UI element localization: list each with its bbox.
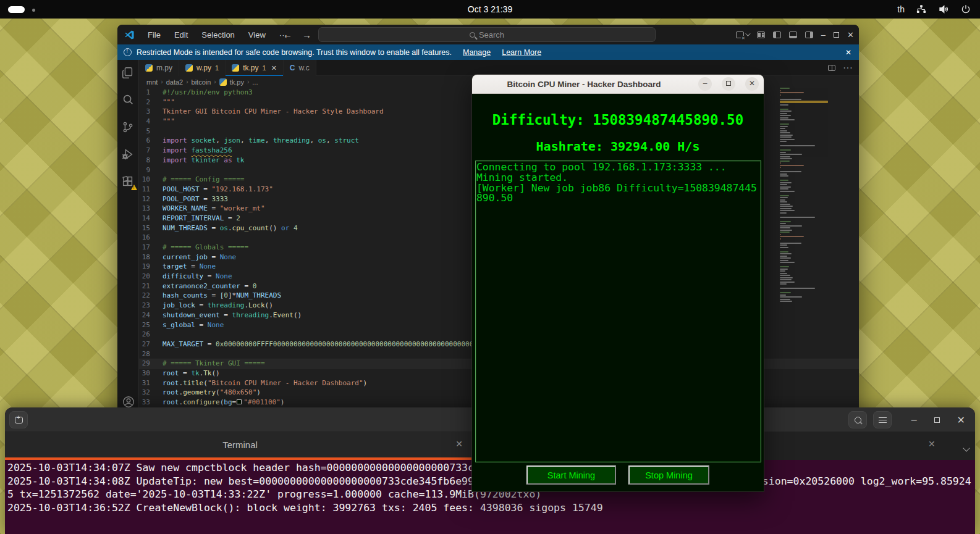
minimap-line [780, 294, 786, 296]
breadcrumb-item[interactable]: ... [252, 78, 258, 86]
keyboard-layout-indicator[interactable]: th [897, 4, 905, 14]
search-sidebar-icon[interactable] [121, 93, 135, 107]
nav-back-icon[interactable]: ← [283, 30, 292, 40]
miner-titlebar[interactable]: Bitcoin CPU Miner - Hacker Dashboard – ✕ [472, 75, 764, 94]
code-token: import [163, 156, 187, 164]
tab-label: m.py [156, 64, 172, 72]
extensions-icon[interactable] [121, 175, 135, 188]
toggle-sidebar-left-icon[interactable] [773, 31, 781, 38]
terminal-tab[interactable]: Terminal ✕ [5, 432, 476, 460]
line-number: 31 [139, 378, 163, 388]
code-token: 3333 [211, 195, 228, 203]
vscode-maximize-button[interactable] [834, 32, 839, 38]
menu-item-selection[interactable]: Selection [196, 28, 240, 41]
minimap-line [780, 119, 795, 120]
breadcrumb-item[interactable]: tk.py [230, 78, 244, 86]
vscode-menubar: FileEditSelectionView··· [142, 28, 293, 41]
code-token: () [265, 301, 273, 309]
code-token: = [200, 195, 212, 203]
terminal-close-button[interactable]: ✕ [957, 414, 965, 426]
code-token: current_job [163, 253, 208, 261]
vscode-minimize-button[interactable]: – [821, 30, 826, 40]
code-token: root [163, 398, 179, 406]
tab-w.py[interactable]: w.py1 [179, 60, 226, 76]
source-control-icon[interactable] [121, 120, 135, 134]
terminal-menu-button[interactable] [873, 411, 892, 428]
terminal-tab-close-icon[interactable]: ✕ [455, 439, 463, 449]
code-token: REPORT_INTERVAL [163, 214, 224, 222]
menu-item-view[interactable]: View [243, 28, 271, 41]
toggle-sidebar-right-icon[interactable] [805, 31, 813, 38]
line-number: 12 [139, 194, 163, 204]
line-number: 9 [139, 165, 163, 175]
breadcrumb-item[interactable]: mnt [146, 78, 158, 86]
run-debug-icon[interactable] [121, 148, 135, 161]
code-token: ]* [228, 291, 236, 299]
miner-log-textarea[interactable]: Connecting to pool 192.168.1.173:3333 ..… [475, 161, 761, 462]
tab-tk.py[interactable]: tk.py1✕ [226, 60, 284, 76]
line-number: 15 [139, 223, 163, 233]
terminal-minimize-button[interactable]: – [911, 414, 917, 425]
menu-item-file[interactable]: File [142, 28, 166, 41]
line-number: 32 [139, 388, 163, 398]
explorer-icon[interactable] [121, 66, 135, 80]
terminal-tab-title: Terminal [5, 432, 475, 457]
minimap-line [780, 201, 787, 202]
tab-close-icon[interactable]: ✕ [271, 64, 277, 72]
code-token: () [212, 369, 220, 377]
miner-close-button[interactable]: ✕ [745, 77, 759, 91]
minimap-line [780, 188, 788, 190]
vscode-close-button[interactable]: ✕ [847, 30, 854, 40]
editor-more-actions-icon[interactable]: ··· [843, 62, 853, 73]
breadcrumb-item[interactable]: data2 [166, 78, 184, 86]
minimap-line [780, 115, 791, 116]
banner-learn-more-link[interactable]: Learn More [502, 48, 541, 57]
minimap-line [780, 161, 790, 162]
network-icon[interactable] [916, 4, 927, 15]
minimap-line [780, 128, 785, 129]
banner-manage-link[interactable]: Manage [463, 48, 491, 57]
power-icon[interactable] [960, 4, 971, 15]
code-token: "480x650" [220, 388, 257, 396]
split-editor-icon[interactable] [828, 65, 835, 71]
search-input[interactable]: Search [318, 27, 656, 42]
code-token: , [265, 136, 273, 144]
minimap-line [780, 186, 791, 188]
toggle-panel-icon[interactable] [789, 31, 797, 38]
code-token: WORKER_NAME [163, 204, 208, 212]
manage-remote-icon[interactable] [736, 31, 749, 38]
banner-text: Restricted Mode is intended for safe cod… [137, 48, 452, 57]
tab-m.py[interactable]: m.py [139, 60, 179, 76]
clock[interactable]: Oct 3 21:39 [0, 0, 980, 19]
line-number: 30 [139, 369, 163, 378]
terminal-search-button[interactable] [848, 411, 867, 428]
code-token: # ===== Config ===== [163, 175, 244, 183]
nav-forward-icon[interactable]: → [302, 30, 311, 40]
stop-mining-button[interactable]: Stop Mining [628, 465, 709, 485]
terminal-maximize-button[interactable] [934, 417, 940, 423]
code-token: 4 [294, 224, 298, 232]
miner-maximize-button[interactable] [722, 77, 735, 91]
code-token: , [326, 136, 334, 144]
breadcrumb-separator: › [214, 78, 216, 85]
code-token: = [187, 262, 200, 270]
miner-minimize-button[interactable]: – [698, 77, 712, 91]
customize-layout-icon[interactable] [757, 31, 765, 38]
start-mining-button[interactable]: Start Mining [526, 465, 616, 485]
terminal-new-tab-button[interactable] [9, 411, 28, 428]
breadcrumb-item[interactable]: bitcoin [192, 78, 211, 86]
tab-list-chevron-icon[interactable] [964, 442, 969, 453]
code-token: , [310, 136, 318, 144]
account-icon[interactable] [122, 395, 135, 409]
desktop: FileEditSelectionView··· ← → Search – ✕ [0, 0, 980, 534]
minimap-line [780, 221, 791, 222]
terminal-tab2-close-icon[interactable]: ✕ [928, 439, 936, 449]
menu-item-edit[interactable]: Edit [169, 28, 193, 41]
terminal-line: 5 tx=1251372562 date='2025-10-03T14:33:2… [7, 488, 541, 500]
code-token: Lock [248, 301, 265, 309]
banner-close-icon[interactable]: ✕ [845, 48, 851, 57]
volume-icon[interactable] [938, 4, 949, 15]
tab-w.c[interactable]: Cw.c [284, 60, 316, 76]
minimap-line [780, 212, 787, 214]
line-number: 17 [139, 243, 163, 252]
